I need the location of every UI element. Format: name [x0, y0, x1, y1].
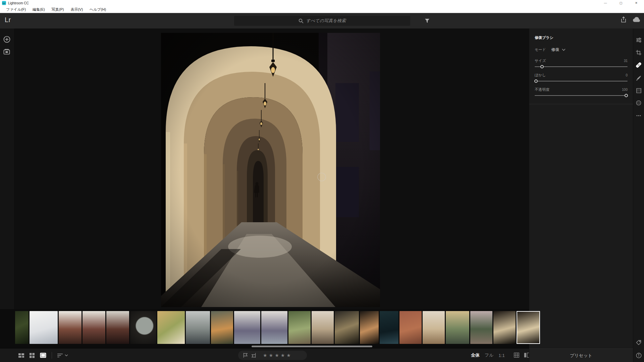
thumbnail-list: [15, 311, 540, 344]
active-photo[interactable]: [161, 33, 380, 307]
thumbnail[interactable]: [335, 311, 359, 344]
thumbnail[interactable]: [493, 311, 516, 344]
menu-item[interactable]: ファイル(F): [3, 6, 29, 13]
left-rail: [0, 28, 15, 309]
archway-corridor-photo: [161, 33, 380, 307]
mode-value: 修復: [551, 47, 559, 53]
menu-item[interactable]: 写真(P): [48, 6, 67, 13]
menu-item[interactable]: 表示(V): [67, 6, 86, 13]
brush-icon[interactable]: [635, 74, 643, 82]
slider-track[interactable]: [535, 66, 628, 67]
my-photos-button[interactable]: [3, 49, 10, 55]
thumbnail[interactable]: [211, 311, 233, 344]
thumbnail[interactable]: [106, 311, 129, 344]
thumbnail[interactable]: [446, 311, 469, 344]
info-icon[interactable]: [635, 351, 643, 359]
chevron-down-icon: [562, 49, 566, 51]
close-button[interactable]: ✕: [629, 0, 644, 6]
thumbnail[interactable]: [15, 311, 29, 344]
lr-logo: Lr: [5, 16, 11, 24]
filmstrip-scrollbar[interactable]: [252, 346, 372, 347]
slider: ぼかし 0: [535, 73, 628, 81]
thumbnail[interactable]: [380, 311, 398, 344]
slider-value: 0: [626, 73, 628, 77]
edit-panel: 修復ブラシ モード 修復 サイズ 31: [529, 28, 633, 349]
thumbnail[interactable]: [517, 311, 540, 344]
zoom-option[interactable]: 1:1: [499, 353, 505, 358]
mode-label: モード: [535, 47, 546, 52]
menu-item[interactable]: ヘルプ(H): [86, 6, 109, 13]
slider-label: ぼかし: [535, 73, 546, 78]
thumbnail[interactable]: [261, 311, 287, 344]
app-topbar: Lr すべての写真を検索: [0, 13, 644, 28]
slider-track[interactable]: [535, 81, 628, 81]
slider-value: 31: [624, 59, 628, 63]
sort-icon[interactable]: [57, 353, 68, 358]
slider-thumb[interactable]: [625, 94, 628, 97]
thumbnail[interactable]: [234, 311, 260, 344]
thumbnail[interactable]: [83, 311, 105, 344]
crop-icon[interactable]: [635, 49, 643, 57]
more-options-icon[interactable]: [635, 112, 643, 120]
slider-thumb[interactable]: [540, 65, 544, 68]
star-icon[interactable]: ★: [281, 353, 285, 358]
thumbnail[interactable]: [360, 311, 379, 344]
slider-value: 100: [622, 88, 628, 92]
linear-gradient-icon[interactable]: [635, 86, 643, 95]
star-icon[interactable]: ★: [263, 353, 267, 358]
tool-rail: [633, 28, 644, 362]
search-placeholder: すべての写真を検索: [306, 18, 346, 24]
toolbar-divider: [52, 352, 52, 359]
radial-gradient-icon[interactable]: [635, 99, 643, 107]
star-rating: ★★★★★: [263, 353, 291, 358]
grid-overlay-icon[interactable]: [514, 353, 519, 358]
thumbnail[interactable]: [130, 311, 156, 344]
zoom-option[interactable]: フル: [485, 352, 494, 358]
star-icon[interactable]: ★: [275, 353, 279, 358]
thumbnail[interactable]: [59, 311, 82, 344]
pick-flag-icon[interactable]: [243, 353, 248, 358]
titlebar: Lr Lightroom CC — ▢ ✕: [0, 0, 644, 6]
square-grid-view-icon[interactable]: [30, 353, 35, 358]
adjust-sliders-icon[interactable]: [635, 36, 643, 44]
thumbnail[interactable]: [288, 311, 311, 344]
photo-grid-view-icon[interactable]: [18, 353, 24, 358]
thumbnail[interactable]: [470, 311, 492, 344]
thumbnail[interactable]: [157, 311, 185, 344]
cloud-sync-button[interactable]: [633, 17, 641, 22]
healing-brush-icon[interactable]: [635, 61, 643, 69]
thumbnail[interactable]: [399, 311, 422, 344]
restore-button[interactable]: ▢: [613, 0, 629, 6]
minimize-button[interactable]: —: [598, 0, 613, 6]
thumbnail[interactable]: [423, 311, 445, 344]
slider-track[interactable]: [535, 95, 628, 96]
slider: 不透明度 100: [535, 87, 628, 96]
window-controls: — ▢ ✕: [598, 0, 644, 6]
thumbnail[interactable]: [312, 311, 334, 344]
slider-label: サイズ: [535, 58, 546, 63]
mode-dropdown[interactable]: モード 修復: [535, 47, 628, 53]
reject-flag-icon[interactable]: [251, 353, 256, 358]
star-icon[interactable]: ★: [269, 353, 273, 358]
lightroom-window: Lr Lightroom CC — ▢ ✕ ファイル(F)編集(E)写真(P)表…: [0, 0, 644, 362]
presets-button[interactable]: プリセット: [529, 349, 633, 362]
slider-label: 不透明度: [535, 87, 549, 92]
keyword-tag-icon[interactable]: [635, 339, 643, 347]
filter-funnel-button[interactable]: [423, 17, 431, 24]
slider: サイズ 31: [535, 58, 628, 67]
menubar: ファイル(F)編集(E)写真(P)表示(V)ヘルプ(H): [0, 6, 644, 13]
window-title: Lightroom CC: [8, 1, 29, 5]
star-icon[interactable]: ★: [286, 353, 291, 358]
search-input[interactable]: すべての写真を検索: [234, 16, 410, 26]
zoom-option[interactable]: 全体: [471, 352, 480, 358]
thumbnail[interactable]: [186, 311, 210, 344]
search-icon: [299, 18, 304, 23]
menu-item[interactable]: 編集(E): [29, 6, 48, 13]
thumbnail[interactable]: [30, 311, 58, 344]
detail-view-icon[interactable]: [40, 353, 46, 358]
presets-label: プリセット: [570, 353, 592, 359]
healing-brush-panel: 修復ブラシ モード 修復 サイズ 31: [529, 28, 633, 104]
slider-thumb[interactable]: [534, 79, 538, 83]
add-photos-button[interactable]: [3, 36, 10, 43]
share-button[interactable]: [621, 16, 627, 23]
